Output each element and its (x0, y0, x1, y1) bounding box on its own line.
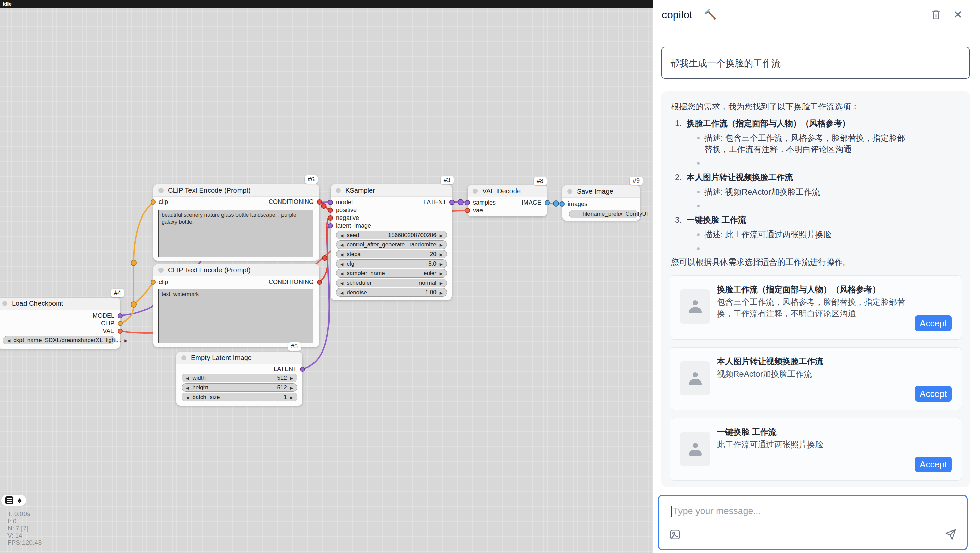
node-vae-decode[interactable]: VAE Decode samples vae IMAGE (468, 185, 547, 217)
clip-port[interactable] (151, 199, 156, 204)
clip-port[interactable] (151, 280, 156, 285)
model-port[interactable] (118, 313, 123, 319)
node-clip-text-encode-positive[interactable]: CLIP Text Encode (Prompt) clip CONDITION… (153, 185, 319, 261)
node-save-image[interactable]: Save Image images filename_prefixComfyUI (562, 185, 640, 221)
widget-control-after-generate[interactable]: control_after_generaterandomize (336, 241, 447, 249)
collapse-dot-icon[interactable] (181, 355, 186, 360)
send-icon[interactable] (945, 529, 956, 540)
widget-scheduler[interactable]: schedulernormal (336, 279, 447, 287)
clip-port[interactable] (118, 321, 123, 326)
node-badge: #9 (630, 177, 643, 185)
node-title-bar[interactable]: Load Checkpoint (0, 298, 120, 310)
arrow-right-icon[interactable] (290, 394, 293, 401)
input-slot-clip: clip (151, 198, 168, 206)
widget-batch-size[interactable]: batch_size1 (181, 393, 298, 401)
arrow-right-icon[interactable] (439, 289, 442, 296)
arrow-right-icon[interactable] (439, 260, 442, 267)
accept-button[interactable]: Accept (915, 386, 952, 402)
spade-icon[interactable]: ♠ (18, 496, 22, 504)
widget-ckpt-name[interactable]: ckpt_nameSDXL/dreamshaperXL_light... (3, 336, 115, 344)
model-port[interactable] (328, 200, 333, 205)
prompt-textarea[interactable]: beautiful scenery nature glass bottle la… (158, 210, 313, 257)
node-clip-text-encode-negative[interactable]: CLIP Text Encode (Prompt) clip CONDITION… (153, 264, 319, 347)
conditioning-port[interactable] (317, 199, 322, 204)
arrow-right-icon[interactable] (439, 232, 442, 239)
workflow-card: 一键换脸 工作流 此工作流可通过两张照片换脸 Accept (670, 418, 962, 481)
node-title-bar[interactable]: CLIP Text Encode (Prompt) (153, 264, 319, 276)
menu-icon[interactable] (5, 496, 13, 504)
arrow-left-icon[interactable] (186, 384, 189, 391)
samples-port[interactable] (465, 200, 470, 205)
close-icon[interactable]: ✕ (952, 9, 964, 21)
reroute-dot[interactable] (321, 204, 326, 208)
vae-port[interactable] (465, 208, 470, 213)
arrow-left-icon[interactable] (340, 232, 344, 239)
vae-port[interactable] (118, 329, 123, 334)
status-label: Idle (3, 1, 11, 7)
arrow-right-icon[interactable] (439, 251, 442, 258)
accept-button[interactable]: Accept (915, 456, 952, 472)
node-canvas[interactable]: Idle #4 Load Checkpoint MODEL CLIP VAE (0, 0, 652, 553)
arrow-left-icon[interactable] (7, 337, 10, 344)
accept-button[interactable]: Accept (915, 316, 952, 331)
images-port[interactable] (560, 201, 565, 207)
node-empty-latent-image[interactable]: Empty Latent Image LATENT width512 heigh… (176, 352, 302, 406)
latent-port[interactable] (300, 367, 305, 371)
reroute-dot[interactable] (131, 260, 136, 266)
arrow-left-icon[interactable] (340, 289, 344, 296)
node-title-bar[interactable]: Save Image (562, 185, 640, 198)
attach-image-icon[interactable] (669, 529, 681, 540)
widget-cfg[interactable]: cfg8.0 (336, 260, 447, 268)
widget-steps[interactable]: steps20 (336, 250, 447, 258)
option-desc: 描述: 此工作流可通过两张照片换脸 (697, 229, 908, 240)
conditioning-port[interactable] (317, 280, 322, 285)
arrow-left-icon[interactable] (340, 270, 344, 277)
clear-chat-button[interactable] (930, 9, 942, 21)
image-port[interactable] (544, 200, 550, 205)
reroute-dot[interactable] (554, 201, 559, 206)
widget-seed[interactable]: seed156680208700286 (336, 231, 447, 239)
collapse-dot-icon[interactable] (2, 301, 8, 306)
arrow-left-icon[interactable] (340, 280, 344, 286)
collapse-dot-icon[interactable] (336, 188, 341, 193)
widget-filename-prefix[interactable]: filename_prefixComfyUI (569, 210, 638, 218)
arrow-left-icon[interactable] (340, 251, 344, 258)
arrow-left-icon[interactable] (340, 260, 344, 267)
collapse-dot-icon[interactable] (473, 188, 478, 194)
message-input[interactable]: Type your message... (658, 495, 968, 550)
arrow-right-icon[interactable] (290, 384, 293, 391)
arrow-left-icon[interactable] (186, 394, 189, 401)
arrow-right-icon[interactable] (439, 241, 442, 248)
collapse-dot-icon[interactable] (158, 268, 164, 273)
latent-port[interactable] (449, 200, 455, 205)
node-title-bar[interactable]: CLIP Text Encode (Prompt) (153, 185, 319, 197)
positive-port[interactable] (328, 208, 333, 213)
node-title-bar[interactable]: KSampler (331, 185, 452, 197)
node-title-bar[interactable]: VAE Decode (468, 185, 547, 198)
widget-denoise[interactable]: denoise1.00 (336, 288, 447, 296)
output-slot-image: IMAGE (522, 199, 550, 206)
response-closing: 您可以根据具体需求选择适合的工作流进行操作。 (670, 257, 962, 268)
reroute-dot[interactable] (322, 256, 327, 260)
prompt-textarea[interactable]: text, watermark (158, 289, 313, 343)
node-title-bar[interactable]: Empty Latent Image (176, 352, 302, 364)
collapse-dot-icon[interactable] (158, 188, 164, 193)
arrow-left-icon[interactable] (186, 375, 189, 381)
negative-port[interactable] (328, 215, 333, 221)
widget-height[interactable]: height512 (181, 383, 298, 392)
arrow-right-icon[interactable] (124, 337, 127, 344)
arrow-right-icon[interactable] (439, 280, 442, 286)
arrow-right-icon[interactable] (439, 270, 442, 277)
reroute-dot[interactable] (131, 302, 136, 307)
arrow-left-icon[interactable] (340, 241, 344, 248)
arrow-right-icon[interactable] (290, 375, 293, 381)
node-ksampler[interactable]: KSampler model positive negative latent_… (331, 185, 452, 300)
latent-image-port[interactable] (328, 223, 333, 228)
node-load-checkpoint[interactable]: Load Checkpoint MODEL CLIP VAE ckpt_name… (0, 298, 120, 349)
collapse-dot-icon[interactable] (567, 189, 573, 194)
node-badge: #8 (534, 177, 547, 185)
reroute-dot[interactable] (458, 199, 463, 205)
widget-width[interactable]: width512 (181, 374, 298, 382)
widget-sampler-name[interactable]: sampler_nameeuler (336, 269, 447, 277)
input-slot-clip: clip (151, 278, 168, 286)
